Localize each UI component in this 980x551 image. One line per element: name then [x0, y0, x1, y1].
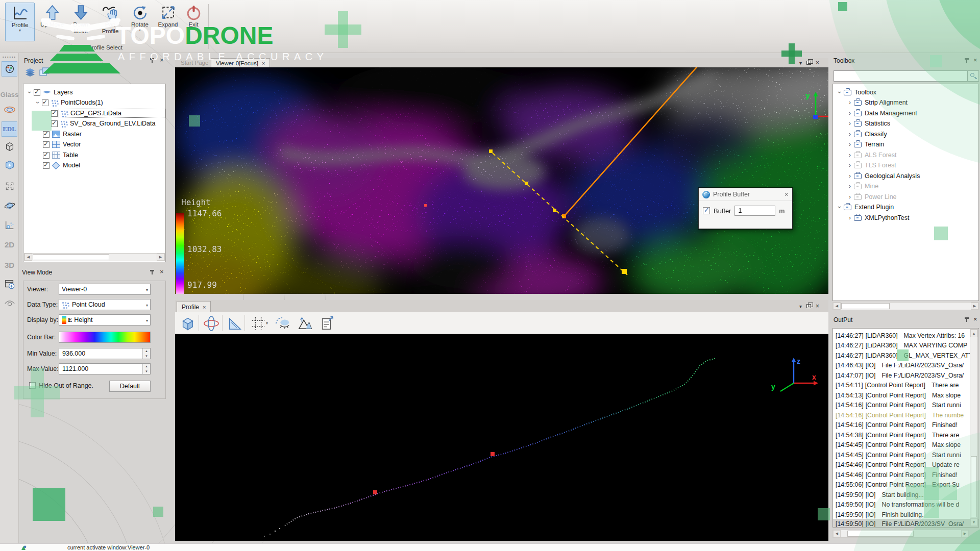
expand-button[interactable]: Expand	[155, 3, 181, 41]
log-line-selected[interactable]: [14:59:50][IO]File F:/LiDAR/2023/SV_Osra…	[833, 519, 978, 528]
tree-item-vector[interactable]: ✓ Vector	[23, 139, 165, 149]
viewer-select[interactable]: Viewer-0 ▾	[59, 284, 151, 295]
chevron-right-icon[interactable]: ›	[847, 141, 853, 148]
log-line[interactable]: [14:59:50][IO]No transformations will be…	[833, 499, 978, 509]
buffer-handle[interactable]	[525, 182, 528, 185]
fit-extent-button[interactable]	[2, 179, 17, 194]
chevron-right-icon[interactable]: ›	[847, 162, 853, 169]
toolbox-item-root[interactable]: › Toolbox	[833, 87, 978, 97]
checkbox[interactable]: ✓	[42, 99, 48, 106]
scrollbar-thumb[interactable]	[847, 531, 914, 537]
close-icon[interactable]: ×	[973, 316, 977, 322]
tree-item-pointclouds[interactable]: › ✓ PointClouds(1)	[23, 97, 165, 108]
buffer-handle[interactable]	[622, 269, 627, 274]
horizontal-scrollbar[interactable]: ◀ ▶	[832, 302, 979, 310]
color-palette-button[interactable]	[2, 61, 17, 77]
dock-grip-icon[interactable]: ▪▪▪▪▪▪	[2, 54, 17, 59]
close-icon[interactable]: ×	[160, 268, 164, 275]
point-settings-button[interactable]	[2, 217, 17, 233]
tab-viewer-0[interactable]: Viewer-0[Focus] ×	[211, 58, 270, 67]
profile-section-canvas[interactable]: z y x	[175, 334, 828, 541]
view-3d-button[interactable]	[178, 314, 198, 333]
tree-item-sv-osra[interactable]: ✓ SV_Osra_Ground_ELV.LiData	[23, 118, 165, 129]
pin-icon[interactable]	[965, 58, 969, 63]
toolbox-item-data-management[interactable]: › Data Management	[833, 108, 978, 118]
spin-down-icon[interactable]: ▼	[145, 370, 148, 373]
log-line[interactable]: [14:54:11][Control Point Report]There ar…	[833, 380, 978, 390]
close-icon[interactable]: ×	[160, 57, 164, 63]
horizontal-scrollbar[interactable]: ◀ ▶	[24, 253, 165, 261]
chevron-right-icon[interactable]: ›	[847, 152, 853, 159]
scroll-right-icon[interactable]: ▶	[157, 254, 164, 261]
duplicate-view-button[interactable]	[39, 67, 50, 77]
toolbox-item-statistics[interactable]: › Statistics	[833, 118, 978, 129]
tree-item-layers[interactable]: › ✓ Layers	[23, 87, 165, 97]
toolbox-search-input[interactable]	[834, 70, 968, 82]
toolbox-item-power-line[interactable]: › Power Line	[833, 192, 978, 202]
buffer-checkbox[interactable]: ✓	[703, 207, 710, 214]
toolbox-item-terrain[interactable]: › Terrain	[833, 139, 978, 149]
scroll-down-icon[interactable]: ▼	[970, 518, 977, 526]
checkbox[interactable]: ✓	[43, 152, 50, 159]
down-move-button[interactable]: Down Move	[67, 3, 94, 41]
chevron-right-icon[interactable]: ›	[847, 172, 853, 180]
wireframe-cube-button[interactable]	[2, 139, 17, 154]
hide-out-of-range-checkbox[interactable]	[29, 382, 36, 389]
buffer-value-input[interactable]: 1	[734, 206, 775, 216]
vertical-scrollbar[interactable]: ▲ ▼	[970, 329, 978, 527]
log-line[interactable]: [14:46:43][IO]File F:/LiDAR/2023/SV_Osra…	[833, 360, 978, 370]
shaded-cube-button[interactable]	[2, 157, 17, 172]
log-line[interactable]: [14:46:27][LiDAR360]Max Vertex Attribs: …	[833, 331, 978, 340]
exit-button[interactable]: Exit	[183, 3, 204, 41]
dialog-titlebar[interactable]: Profile Buffer ×	[699, 188, 792, 201]
add-data-button[interactable]	[24, 67, 36, 77]
toolbox-item-classify[interactable]: › Classify	[833, 129, 978, 139]
min-value-input[interactable]: 936.000 ▲▼	[59, 348, 151, 359]
toolbox-item-extend-plugin[interactable]: › Extend Plugin	[833, 202, 978, 212]
chevron-right-icon[interactable]: ›	[847, 131, 853, 138]
scrollbar-thumb[interactable]	[33, 254, 109, 260]
chevron-down-icon[interactable]: ›	[34, 99, 41, 106]
checkbox[interactable]: ✓	[51, 120, 58, 127]
section-marker[interactable]	[373, 490, 377, 494]
data-type-select[interactable]: Point Cloud ▾	[59, 299, 151, 310]
chevron-right-icon[interactable]: ›	[847, 120, 853, 127]
log-line[interactable]: [14:59:50][IO]Finish building.	[833, 510, 978, 519]
toolbox-item-als-forest[interactable]: › ALS Forest	[833, 150, 978, 160]
toolbox-item-geological-analysis[interactable]: › Geological Analysis	[833, 171, 978, 181]
max-value-input[interactable]: 1121.000 ▲▼	[59, 363, 151, 374]
close-icon[interactable]: ×	[816, 59, 819, 66]
log-line[interactable]: [14:54:46][Control Point Report]Update r…	[833, 460, 978, 469]
pan-profile-button[interactable]: Pan Profile	[96, 3, 125, 41]
scrollbar-thumb[interactable]	[971, 456, 977, 517]
display-by-select[interactable]: E Height ▾	[59, 314, 151, 325]
buffer-handle[interactable]	[553, 209, 556, 212]
default-button[interactable]: Default	[109, 381, 151, 392]
scroll-right-icon[interactable]: ▶	[971, 303, 978, 310]
3d-view-button[interactable]: 3D	[2, 257, 17, 272]
section-marker[interactable]	[491, 452, 495, 456]
log-line[interactable]: [14:59:50][IO]Start building...	[833, 490, 978, 499]
pin-icon[interactable]	[965, 317, 969, 322]
tree-item-raster[interactable]: ✓ Raster	[23, 129, 165, 139]
chevron-right-icon[interactable]: ›	[847, 183, 853, 190]
close-icon[interactable]: ×	[785, 190, 789, 198]
report-button[interactable]	[317, 314, 336, 333]
dock-menu-icon[interactable]: ▾	[799, 60, 802, 66]
log-line[interactable]: [14:54:45][Control Point Report]Start ru…	[833, 450, 978, 460]
log-line[interactable]: [14:54:45][Control Point Report]Max slop…	[833, 440, 978, 449]
restore-icon[interactable]	[806, 61, 811, 65]
restore-icon[interactable]	[806, 304, 811, 308]
toolbox-item-mine[interactable]: › Mine	[833, 181, 978, 191]
tab-profile[interactable]: Profile ×	[177, 301, 211, 312]
scroll-right-icon[interactable]: ▶	[961, 530, 969, 537]
dropdown-icon[interactable]: ▾	[266, 321, 268, 325]
pin-icon[interactable]	[150, 58, 155, 63]
chevron-down-icon[interactable]: ›	[836, 89, 843, 95]
tab-start-page[interactable]: Start Page	[176, 58, 213, 67]
buffer-handle[interactable]	[489, 149, 493, 153]
spin-up-icon[interactable]: ▲	[145, 349, 148, 353]
chevron-right-icon[interactable]: ›	[847, 193, 853, 201]
toolbox-item-strip-alignment[interactable]: › Strip Alignment	[833, 97, 978, 108]
hide-measure-button[interactable]	[273, 314, 292, 333]
